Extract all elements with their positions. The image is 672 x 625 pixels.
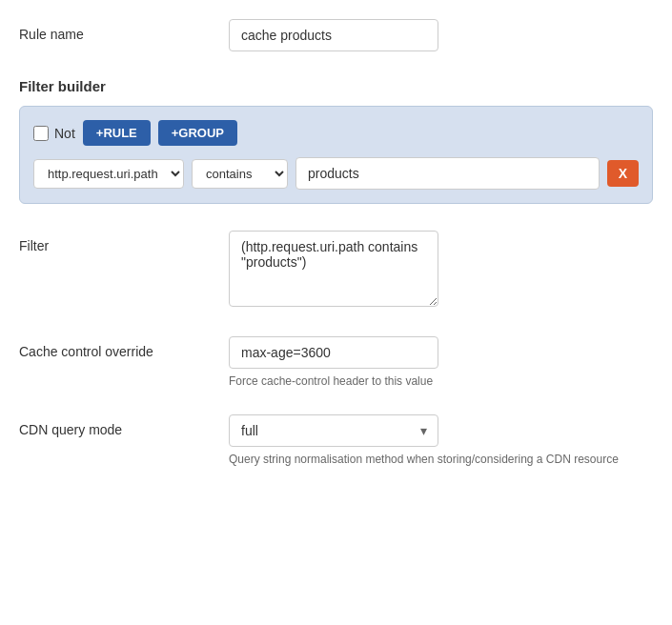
condition-value-input[interactable] xyxy=(295,157,600,190)
cache-control-hint: Force cache-control header to this value xyxy=(229,374,653,388)
filter-builder-title: Filter builder xyxy=(19,78,653,94)
filter-builder-box: Not +RULE +GROUP http.request.uri.path h… xyxy=(19,106,653,204)
condition-operator-select[interactable]: contains equals starts with ends with ma… xyxy=(192,159,288,189)
cdn-query-mode-select[interactable]: full ignore partial xyxy=(229,414,438,447)
cache-control-label: Cache control override xyxy=(19,336,229,359)
cache-control-input[interactable] xyxy=(229,336,438,369)
rule-name-label: Rule name xyxy=(19,19,229,42)
cdn-query-mode-label: CDN query mode xyxy=(19,414,229,437)
condition-field-select[interactable]: http.request.uri.path http.request.uri h… xyxy=(33,159,184,189)
filter-textarea[interactable]: (http.request.uri.path contains "product… xyxy=(229,231,438,307)
add-group-button[interactable]: +GROUP xyxy=(158,120,237,146)
filter-label: Filter xyxy=(19,231,229,253)
not-checkbox[interactable] xyxy=(33,126,49,141)
not-checkbox-group: Not xyxy=(33,126,75,141)
rule-name-input[interactable] xyxy=(229,19,438,51)
filter-condition-row: http.request.uri.path http.request.uri h… xyxy=(33,157,639,190)
cdn-query-mode-hint: Query string normalisation method when s… xyxy=(229,453,653,466)
not-label: Not xyxy=(54,126,75,141)
cdn-query-mode-select-wrapper: full ignore partial xyxy=(229,414,438,447)
add-rule-button[interactable]: +RULE xyxy=(83,120,151,146)
delete-condition-button[interactable]: X xyxy=(607,160,639,187)
